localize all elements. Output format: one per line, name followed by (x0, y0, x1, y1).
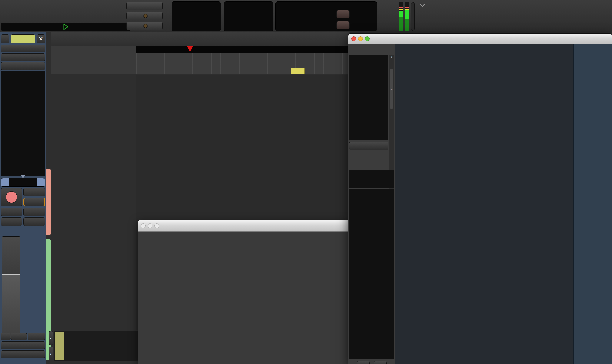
editor-toolbar (52, 32, 349, 46)
strip-color-swatch[interactable] (11, 34, 35, 43)
record-icon (6, 191, 17, 203)
meter-point-button[interactable] (28, 333, 45, 340)
summary-next-button[interactable]: › (49, 347, 53, 360)
group-tab-keys[interactable] (46, 169, 52, 235)
monitor-disk-button[interactable] (23, 198, 45, 206)
group-button[interactable] (11, 333, 27, 340)
close-window-icon[interactable] (141, 223, 146, 228)
solo-location-marker[interactable] (291, 68, 304, 74)
monitor-buttons (368, 1, 397, 31)
track-headers (52, 75, 136, 330)
minimize-window-icon[interactable] (148, 223, 152, 228)
master-minimeter-left (399, 2, 404, 31)
master-strip (573, 44, 612, 364)
secondary-clock[interactable] (224, 1, 273, 31)
strip-hide-button[interactable]: ✕ (37, 34, 45, 43)
zoom-window-icon[interactable] (154, 223, 159, 228)
groups-list (349, 170, 394, 188)
mixer-strips-pane: ▲ ≡ ▼ (348, 44, 395, 364)
mute-button[interactable] (1, 208, 22, 216)
pan-slider[interactable] (1, 178, 45, 187)
sync-internal-button[interactable] (126, 2, 163, 10)
meterbridge-titlebar[interactable] (138, 220, 349, 232)
strips-list (349, 55, 388, 140)
summary-view-box[interactable] (55, 332, 64, 360)
close-window-icon[interactable] (351, 36, 356, 41)
add-strip-button[interactable] (349, 142, 388, 150)
mixer-titlebar[interactable] (348, 34, 612, 44)
ruler-labels (52, 46, 136, 74)
peak-display[interactable] (23, 217, 45, 226)
pan-pointer-icon (20, 175, 26, 178)
punch-out-button[interactable] (336, 21, 350, 29)
mixer-window: ▲ ≡ ▼ (348, 33, 612, 364)
strip-meter (23, 228, 45, 330)
selection-punch-panel (275, 1, 377, 31)
gain-display[interactable] (1, 217, 22, 226)
add-group-button[interactable] (357, 361, 370, 364)
ardour-app: ↔ ✕ (0, 0, 612, 364)
solo-button[interactable] (23, 208, 45, 216)
minimeter-slider[interactable] (411, 2, 415, 31)
auto-return-button[interactable] (126, 22, 163, 30)
master-minimeter-right (405, 2, 409, 31)
remove-group-button[interactable] (374, 361, 387, 364)
editor-mixer-strip: ↔ ✕ (0, 32, 46, 364)
ruler-area[interactable] (136, 46, 349, 74)
meterbridge-window (138, 220, 350, 364)
output-button[interactable] (1, 341, 45, 349)
strip-width-button[interactable]: ↔ (1, 34, 9, 43)
processor-box[interactable] (1, 71, 45, 176)
primary-clock[interactable] (172, 1, 221, 31)
punch-in-button[interactable] (336, 10, 350, 18)
summary-prev-button[interactable]: ‹ (49, 331, 53, 345)
metering-point-button[interactable] (1, 333, 10, 340)
pan-left-cap (1, 178, 9, 186)
minimize-window-icon[interactable] (358, 36, 363, 41)
monitor-input-button[interactable] (23, 188, 45, 196)
follow-edits-button[interactable] (126, 12, 163, 20)
play-state-icon (63, 24, 69, 30)
strip-input-button[interactable] (1, 53, 45, 61)
follow-edits-led (143, 14, 148, 18)
pan-right-cap (37, 178, 45, 186)
zoom-window-icon[interactable] (365, 36, 370, 41)
auto-return-led (143, 24, 148, 28)
strip-name-button[interactable] (1, 45, 45, 52)
toolbar-collapse-chevron-icon[interactable] (419, 3, 426, 7)
gain-fader[interactable] (2, 236, 20, 339)
record-arm-button[interactable] (1, 188, 22, 206)
transport-bar (0, 0, 612, 32)
transport-status-display (1, 23, 131, 31)
strip-phase-button[interactable] (1, 62, 45, 70)
playhead-line (190, 46, 190, 230)
comments-button[interactable] (1, 351, 45, 358)
